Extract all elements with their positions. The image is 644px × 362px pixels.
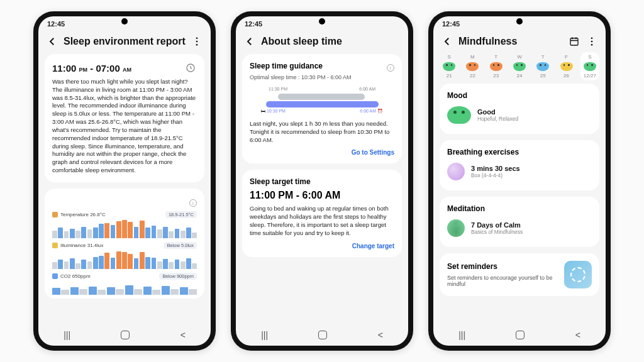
day-item[interactable]: F26: [557, 54, 575, 79]
svg-point-6: [591, 41, 593, 43]
day-item[interactable]: S12/27: [580, 52, 599, 80]
page-title: About sleep time: [261, 36, 401, 47]
home-icon[interactable]: [516, 331, 525, 339]
guidance-body: Last night, you slept 1 h 30 m less than…: [250, 120, 394, 144]
day-item[interactable]: S21: [440, 54, 458, 79]
reminders-card[interactable]: Set reminders Set reminders to encourage…: [440, 253, 599, 296]
time-range: 11:00 PM - 07:00 AM: [52, 63, 131, 74]
svg-point-5: [591, 37, 593, 39]
history-icon[interactable]: [184, 62, 197, 74]
bed-icon: 🛏 10:30 PM: [261, 109, 286, 114]
page-title: Mindfulness: [458, 36, 563, 47]
svg-point-0: [196, 37, 198, 39]
info-icon[interactable]: i: [189, 199, 197, 207]
charts-card: i Temperature 26.8°C18.9-21.5°C Illumina…: [45, 189, 204, 299]
temp-icon: [52, 212, 58, 217]
back-icon[interactable]: [46, 35, 58, 48]
temp-bars: [52, 219, 197, 238]
svg-point-2: [196, 44, 198, 46]
nav-bar: ||| <: [236, 324, 408, 346]
svg-rect-4: [570, 38, 578, 45]
co2-icon: [52, 273, 58, 279]
nav-bar: ||| <: [38, 324, 211, 346]
more-icon[interactable]: [191, 35, 203, 48]
meditation-card[interactable]: Meditation 7 Days of CalmBasics of Mindf…: [440, 197, 599, 247]
summary-card: 11:00 PM - 07:00 AM Was there too much l…: [45, 54, 204, 182]
calendar-icon[interactable]: [568, 35, 580, 48]
breathing-icon: [447, 163, 465, 180]
recents-icon[interactable]: |||: [261, 330, 268, 340]
optimal-text: Optimal sleep time : 10:30 PM - 6:00 AM: [250, 74, 394, 80]
day-item[interactable]: T25: [533, 54, 552, 79]
camera-hole: [516, 18, 523, 25]
target-card: Sleep target time 11:00 PM - 6:00 AM Goi…: [242, 170, 402, 256]
illum-bars: [52, 250, 197, 269]
svg-point-1: [196, 41, 198, 43]
camera-hole: [319, 18, 325, 25]
info-icon[interactable]: i: [387, 64, 394, 72]
nav-back-icon[interactable]: <: [378, 330, 383, 340]
sleep-timeline: 11:30 PM6:00 AM 🛏 10:30 PM6:00 AM ⏰: [250, 87, 394, 114]
nav-back-icon[interactable]: <: [180, 330, 186, 340]
target-range: 11:00 PM - 6:00 AM: [250, 190, 394, 201]
day-item[interactable]: T23: [487, 54, 506, 79]
illum-icon: [52, 243, 58, 248]
day-item[interactable]: M22: [463, 54, 482, 79]
recents-icon[interactable]: |||: [458, 330, 465, 340]
phone-about-sleep: 12:45 About sleep time Sleep time guidan…: [231, 11, 413, 351]
change-target-link[interactable]: Change target: [250, 243, 394, 250]
page-title: Sleep environment report: [64, 36, 186, 47]
guidance-card: Sleep time guidancei Optimal sleep time …: [242, 54, 402, 163]
nav-back-icon[interactable]: <: [575, 330, 580, 340]
alarm-icon: 6:00 AM ⏰: [360, 109, 383, 114]
breathing-card[interactable]: Breathing exercises 3 mins 30 secsBox (4…: [440, 140, 599, 190]
nav-bar: ||| <: [433, 324, 606, 346]
home-icon[interactable]: [318, 331, 327, 339]
meditation-icon: [447, 219, 465, 237]
mood-card[interactable]: Mood GoodHopeful, Relaxed: [440, 84, 599, 134]
phone-sleep-env: 12:45 Sleep environment report 11:00 PM …: [33, 11, 216, 351]
recents-icon[interactable]: |||: [64, 330, 70, 340]
back-icon[interactable]: [243, 35, 256, 48]
report-body: Was there too much light while you slept…: [52, 78, 197, 175]
phone-mindfulness: 12:45 Mindfulness S21M22T23W24T25F26S12/…: [428, 11, 611, 351]
camera-hole: [121, 18, 128, 25]
day-item[interactable]: W24: [510, 54, 529, 79]
target-body: Going to bed and waking up at regular ti…: [250, 205, 394, 237]
home-icon[interactable]: [121, 331, 130, 339]
co2-bars: [52, 281, 197, 295]
go-settings-link[interactable]: Go to Settings: [250, 149, 394, 156]
svg-point-7: [591, 44, 593, 46]
more-icon[interactable]: [586, 35, 598, 48]
mood-face-icon: [447, 106, 471, 124]
week-selector[interactable]: S21M22T23W24T25F26S12/27: [433, 54, 606, 84]
reminder-icon: [564, 261, 592, 288]
back-icon[interactable]: [441, 35, 453, 48]
